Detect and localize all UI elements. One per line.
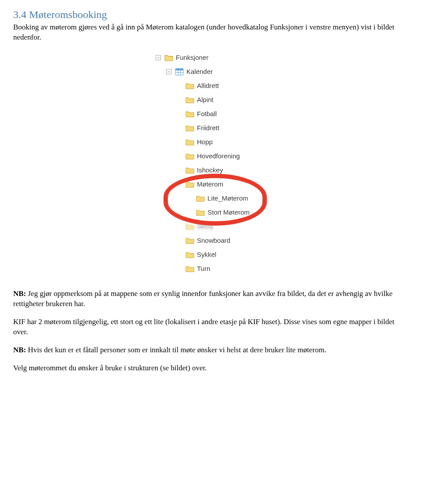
folder-icon bbox=[186, 96, 194, 103]
tree-label: Lite_Møterom bbox=[207, 194, 248, 202]
intro-paragraph: Booking av møterom gjøres ved å gå inn p… bbox=[13, 22, 409, 43]
tree-item[interactable]: Snowboard bbox=[154, 234, 268, 248]
folder-icon bbox=[186, 110, 194, 117]
folder-icon bbox=[186, 237, 194, 244]
folder-icon bbox=[186, 265, 194, 272]
nb-label: NB: bbox=[13, 289, 26, 298]
folder-icon bbox=[186, 124, 194, 131]
folder-icon bbox=[186, 139, 194, 146]
nb1-paragraph: NB: Jeg gjør oppmerksom på at mappene so… bbox=[13, 289, 409, 309]
tree-label: Friidrett bbox=[197, 124, 219, 131]
tree-label: Allidrett bbox=[197, 82, 219, 89]
tree-item[interactable]: Alpint bbox=[154, 93, 268, 107]
folder-tree: − Funksjoner − Kalender Allidrett Alpint… bbox=[154, 51, 268, 276]
section-heading: 3.4 Møteromsbooking bbox=[13, 9, 409, 21]
folder-icon bbox=[186, 181, 194, 188]
collapse-icon[interactable]: − bbox=[166, 69, 171, 74]
tree-item[interactable]: Friidrett bbox=[154, 121, 268, 135]
nb2-text: Hvis det kun er et fåtall personer som e… bbox=[26, 346, 326, 354]
tree-label: Snowboard bbox=[197, 237, 230, 244]
tree-item-obscured[interactable]: Sktoy bbox=[154, 219, 268, 234]
folder-icon bbox=[186, 167, 194, 174]
tree-label: Funksjoner bbox=[176, 54, 208, 61]
tree-item[interactable]: Sykkel bbox=[154, 248, 268, 262]
tree-item-stort-moterom[interactable]: Stort Møterom bbox=[154, 205, 268, 219]
tree-label: Fotball bbox=[197, 110, 217, 117]
nb1-text: Jeg gjør oppmerksom på at mappene som er… bbox=[13, 289, 393, 308]
tree-item-kalender[interactable]: − Kalender bbox=[154, 65, 268, 79]
folder-icon bbox=[186, 223, 194, 230]
svg-rect-1 bbox=[175, 69, 183, 70]
folder-icon bbox=[186, 82, 194, 89]
calendar-icon bbox=[175, 68, 184, 76]
tree-label: Sktoy bbox=[197, 223, 214, 230]
tree-label: Stort Møterom bbox=[207, 208, 250, 216]
folder-icon bbox=[186, 251, 194, 258]
nb2-paragraph: NB: Hvis det kun er et fåtall personer s… bbox=[13, 345, 409, 355]
tree-item[interactable]: Hopp bbox=[154, 135, 268, 149]
tree-label: Alpint bbox=[197, 96, 214, 103]
tree-item-moterom[interactable]: Møterom bbox=[154, 177, 268, 191]
tree-label: Kalender bbox=[186, 68, 213, 75]
tree-label: Møterom bbox=[197, 180, 223, 188]
folder-icon bbox=[196, 209, 205, 216]
tree-label: Hopp bbox=[197, 138, 213, 146]
nb-label: NB: bbox=[13, 346, 26, 354]
tree-label: Ishockey bbox=[197, 166, 223, 174]
tree-label: Hovedforening bbox=[197, 152, 240, 160]
tree-item-funksjoner[interactable]: − Funksjoner bbox=[154, 51, 268, 65]
folder-icon bbox=[164, 54, 173, 61]
collapse-icon[interactable]: − bbox=[156, 55, 161, 60]
tree-item[interactable]: Turn bbox=[154, 262, 268, 276]
para-select-room: Velg møterommet du ønsker å bruke i stru… bbox=[13, 363, 409, 373]
tree-item[interactable]: Hovedforening bbox=[154, 149, 268, 163]
tree-item[interactable]: Allidrett bbox=[154, 79, 268, 93]
tree-label: Turn bbox=[197, 265, 210, 272]
tree-label: Sykkel bbox=[197, 251, 216, 258]
folder-icon bbox=[196, 195, 205, 202]
tree-item[interactable]: Fotball bbox=[154, 107, 268, 121]
para-kif-rooms: KIF har 2 møterom tilgjengelig, ett stor… bbox=[13, 317, 409, 337]
tree-item[interactable]: Ishockey bbox=[154, 163, 268, 177]
folder-icon bbox=[186, 153, 194, 160]
tree-item-lite-moterom[interactable]: Lite_Møterom bbox=[154, 191, 268, 205]
